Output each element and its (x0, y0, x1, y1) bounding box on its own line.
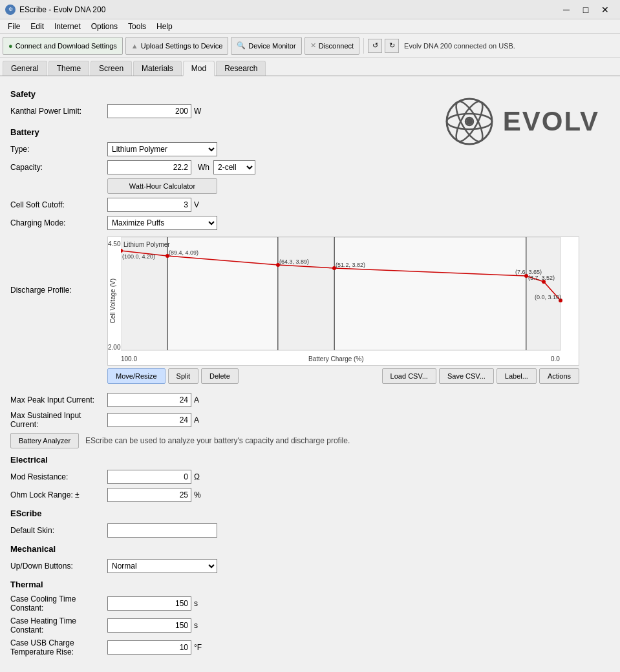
svg-text:Lithium Polymer: Lithium Polymer (123, 241, 170, 248)
analyzer-description: EScribe can be used to analyze your batt… (85, 436, 350, 445)
watt-hour-row: Watt-Hour Calculator (10, 178, 610, 194)
kanthal-unit: W (194, 107, 201, 116)
window-title: EScribe - Evolv DNA 200 (19, 5, 105, 14)
case-heating-row: Case Heating Time Constant: s (10, 616, 610, 635)
menu-file[interactable]: File (3, 21, 25, 32)
svg-text:(3.7, 3.52): (3.7, 3.52) (528, 275, 555, 281)
ohm-lock-label: Ohm Lock Range: ± (10, 490, 107, 499)
menu-edit[interactable]: Edit (25, 21, 49, 32)
cell-soft-cutoff-unit: V (194, 200, 199, 209)
updown-label: Up/Down Buttons: (10, 562, 107, 571)
tab-screen[interactable]: Screen (91, 61, 132, 76)
toolbar: ● Connect and Download Settings ▲ Upload… (0, 34, 620, 58)
max-peak-unit: A (194, 395, 199, 404)
analyzer-row: Battery Analyzer EScribe can be used to … (10, 433, 610, 448)
mod-resistance-label: Mod Resistance: (10, 472, 107, 481)
capacity-input[interactable] (107, 160, 191, 174)
menu-help[interactable]: Help (151, 21, 178, 32)
cell-soft-cutoff-label: Cell Soft Cutoff: (10, 200, 107, 209)
battery-type-select[interactable]: Lithium Polymer Lithium Ion NiMH (107, 142, 217, 156)
default-skin-label: Default Skin: (10, 526, 107, 535)
charging-mode-label: Charging Mode: (10, 218, 107, 227)
maximize-button[interactable]: □ (576, 3, 595, 16)
case-heating-input[interactable] (107, 618, 191, 633)
cell-select[interactable]: 2-cell 1-cell 3-cell (213, 160, 255, 174)
tab-materials[interactable]: Materials (133, 61, 182, 76)
case-usb-unit: °F (194, 643, 202, 652)
default-skin-input[interactable] (107, 523, 217, 538)
discharge-profile-label: Discharge Profile: (10, 234, 107, 295)
device-monitor-button[interactable]: 🔍 Device Monitor (231, 37, 301, 55)
save-csv-btn[interactable]: Save CSV... (439, 368, 494, 384)
minimize-button[interactable]: ─ (557, 3, 576, 16)
disconnect-button[interactable]: ✕ Disconnect (305, 37, 359, 55)
cell-soft-cutoff-input[interactable] (107, 198, 191, 212)
close-button[interactable]: ✕ (595, 3, 615, 16)
y-axis-title-wrapper: Cell Voltage (V) (108, 237, 117, 365)
redo-button[interactable]: ↻ (385, 39, 399, 53)
case-cooling-input[interactable] (107, 596, 191, 611)
menu-internet[interactable]: Internet (49, 21, 86, 32)
actions-btn[interactable]: Actions (539, 368, 579, 384)
max-peak-input[interactable] (107, 393, 191, 407)
evolv-logo: EVOLV (444, 96, 599, 147)
battery-type-label: Type: (10, 145, 107, 154)
connection-status: Evolv DNA 200 connected on USB. (404, 42, 515, 50)
escribe-header: EScribe (10, 509, 610, 518)
menu-options[interactable]: Options (86, 21, 123, 32)
battery-analyzer-btn[interactable]: Battery Analyzer (10, 433, 79, 448)
delete-btn[interactable]: Delete (201, 368, 239, 384)
kanthal-input[interactable] (107, 104, 191, 118)
svg-text:Battery Charge (%): Battery Charge (%) (308, 355, 364, 362)
max-sustained-unit: A (194, 415, 199, 425)
undo-button[interactable]: ↺ (368, 39, 382, 53)
tab-research[interactable]: Research (216, 61, 266, 76)
svg-rect-12 (278, 237, 334, 350)
tab-theme[interactable]: Theme (48, 61, 89, 76)
cell-soft-cutoff-row: Cell Soft Cutoff: V (10, 198, 610, 212)
tab-mod[interactable]: Mod (183, 61, 215, 76)
max-sustained-label: Max Sustained Input Current: (10, 411, 107, 429)
charging-mode-row: Charging Mode: Maximize Puffs Maximize B… (10, 216, 610, 230)
split-btn[interactable]: Split (168, 368, 198, 384)
ohm-lock-input[interactable] (107, 488, 191, 502)
move-resize-btn[interactable]: Move/Resize (107, 368, 166, 384)
menu-bar: File Edit Internet Options Tools Help (0, 19, 620, 34)
capacity-label: Capacity: (10, 163, 107, 172)
svg-text:0.0: 0.0 (551, 355, 560, 362)
tab-general[interactable]: General (3, 61, 47, 76)
capacity-unit: Wh (198, 163, 209, 172)
connect-download-button[interactable]: ● Connect and Download Settings (3, 37, 123, 55)
case-heating-unit: s (194, 621, 198, 630)
max-peak-row: Max Peak Input Current: A (10, 393, 610, 407)
svg-text:(89.4, 4.09): (89.4, 4.09) (169, 249, 198, 256)
charging-mode-select[interactable]: Maximize Puffs Maximize Battery Life Bal… (107, 216, 217, 230)
updown-select[interactable]: Normal Reversed (107, 559, 217, 573)
thermal-header: Thermal (10, 580, 610, 589)
mod-resistance-input[interactable] (107, 470, 191, 484)
chart-svg: Lithium Polymer (100.0, 4.20) (89.4, 4.0… (121, 237, 580, 366)
max-peak-label: Max Peak Input Current: (10, 395, 107, 404)
mod-resistance-unit: Ω (194, 472, 200, 481)
watt-hour-btn[interactable]: Watt-Hour Calculator (107, 178, 217, 194)
upload-settings-button[interactable]: ▲ Upload Settings to Device (125, 37, 228, 55)
app-icon: ⚙ (5, 5, 16, 15)
svg-text:(0.0, 3.10): (0.0, 3.10) (535, 294, 561, 300)
max-sustained-input[interactable] (107, 413, 191, 427)
case-usb-label: Case USB Charge Temperature Rise: (10, 638, 107, 656)
label-btn[interactable]: Label... (497, 368, 537, 384)
main-content: EVOLV Safety Kanthal Power Limit: W Batt… (0, 76, 620, 672)
case-cooling-label: Case Cooling Time Constant: (10, 594, 107, 613)
discharge-chart[interactable]: 4.50 2.00 Cell Voltage (V) (107, 236, 579, 366)
menu-tools[interactable]: Tools (123, 21, 151, 32)
discharge-profile-section: Discharge Profile: 4.50 2.00 Cell Voltag… (10, 234, 610, 389)
case-cooling-unit: s (194, 599, 198, 608)
svg-text:(51.2, 3.82): (51.2, 3.82) (336, 262, 365, 268)
case-usb-input[interactable] (107, 640, 191, 655)
case-usb-row: Case USB Charge Temperature Rise: °F (10, 638, 610, 656)
ohm-lock-unit: % (194, 490, 201, 499)
case-cooling-row: Case Cooling Time Constant: s (10, 594, 610, 613)
toolbar-separator (363, 38, 364, 54)
window-controls: ─ □ ✕ (557, 3, 615, 16)
load-csv-btn[interactable]: Load CSV... (382, 368, 436, 384)
